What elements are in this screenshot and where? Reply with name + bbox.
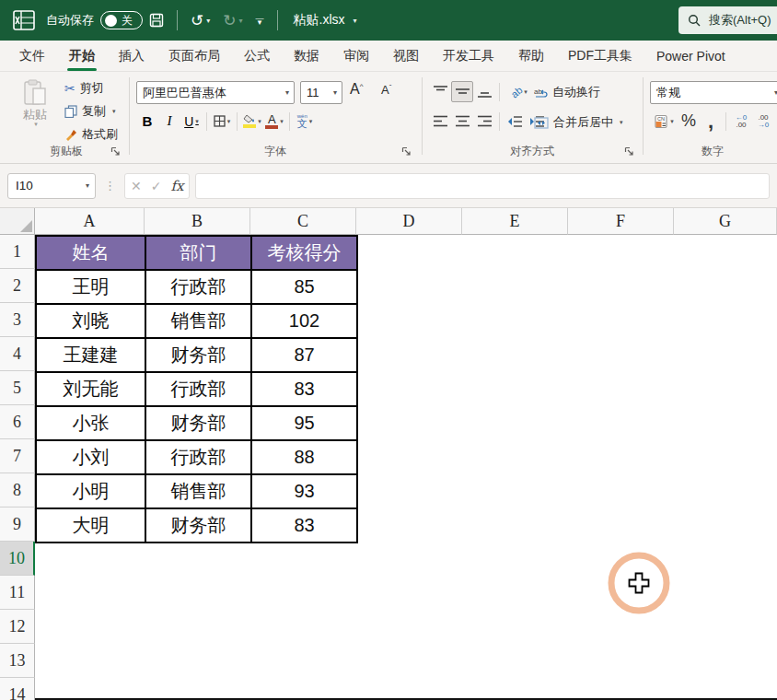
paste-button[interactable]: 粘贴 ▾ <box>17 79 53 127</box>
tab-帮助[interactable]: 帮助 <box>506 41 556 71</box>
row-header-7[interactable]: 7 <box>0 439 35 473</box>
wrap-text-button[interactable]: ab 自动换行 <box>534 84 600 100</box>
column-header-G[interactable]: G <box>674 208 777 235</box>
tab-审阅[interactable]: 审阅 <box>331 41 381 71</box>
row-header-13[interactable]: 13 <box>0 644 35 678</box>
tab-PDF工具集[interactable]: PDF工具集 <box>556 41 644 71</box>
table-cell[interactable]: 销售部 <box>145 474 251 508</box>
align-right-button[interactable] <box>473 111 495 132</box>
merge-center-button[interactable]: 合并后居中 ▾ <box>534 114 623 131</box>
decrease-font-button[interactable]: Aˇ <box>381 83 391 97</box>
quick-access-customize-button[interactable]: — ▾ <box>249 13 271 29</box>
format-painter-button[interactable]: 格式刷 <box>64 126 118 143</box>
table-cell[interactable]: 王建建 <box>36 338 145 372</box>
table-cell[interactable]: 财务部 <box>145 406 251 440</box>
tab-页面布局[interactable]: 页面布局 <box>157 41 232 71</box>
column-header-E[interactable]: E <box>462 208 568 235</box>
excel-app-icon[interactable] <box>13 10 35 30</box>
insert-function-button[interactable]: fx <box>170 178 183 194</box>
align-center-button[interactable] <box>451 111 473 132</box>
table-cell[interactable]: 102 <box>251 304 357 338</box>
row-header-14[interactable]: 14 <box>0 678 35 700</box>
row-header-10[interactable]: 10 <box>0 542 35 576</box>
row-header-8[interactable]: 8 <box>0 473 35 508</box>
column-header-F[interactable]: F <box>568 208 674 235</box>
table-header-cell[interactable]: 姓名 <box>36 236 145 270</box>
table-cell[interactable]: 行政部 <box>145 440 251 474</box>
table-cell[interactable]: 87 <box>251 338 357 372</box>
formula-bar-resizer[interactable]: ⋮ <box>101 179 119 192</box>
table-cell[interactable]: 83 <box>251 508 357 542</box>
select-all-button[interactable] <box>0 208 35 235</box>
table-cell[interactable]: 财务部 <box>145 508 251 542</box>
table-cell[interactable]: 83 <box>251 372 357 406</box>
table-cell[interactable]: 小明 <box>36 474 145 508</box>
table-cell[interactable]: 王明 <box>36 270 145 304</box>
align-bottom-button[interactable] <box>473 81 495 102</box>
search-box[interactable]: 搜索(Alt+Q) <box>678 6 777 34</box>
formula-cancel-button[interactable]: ✕ <box>131 179 142 193</box>
column-header-D[interactable]: D <box>356 208 462 235</box>
orientation-button[interactable]: ab ▾ <box>504 81 535 102</box>
table-cell[interactable]: 行政部 <box>145 372 251 406</box>
tab-文件[interactable]: 文件 <box>7 41 57 71</box>
window-title[interactable]: 粘贴.xlsx ▾ <box>294 12 357 29</box>
tab-插入[interactable]: 插入 <box>107 41 157 71</box>
name-box[interactable]: I10 ▾ <box>7 173 96 199</box>
clipboard-dialog-launcher[interactable] <box>110 146 123 159</box>
undo-button[interactable]: ↺▾ <box>184 7 216 34</box>
percent-button[interactable]: % <box>678 111 700 132</box>
align-middle-button[interactable] <box>451 81 473 102</box>
table-cell[interactable]: 88 <box>251 440 357 474</box>
row-header-4[interactable]: 4 <box>0 337 35 371</box>
row-header-1[interactable]: 1 <box>0 235 35 269</box>
row-header-2[interactable]: 2 <box>0 269 35 303</box>
tab-Power Pivot[interactable]: Power Pivot <box>644 41 737 71</box>
tab-公式[interactable]: 公式 <box>232 41 282 71</box>
table-header-cell[interactable]: 部门 <box>145 236 251 270</box>
table-cell[interactable]: 95 <box>251 406 357 440</box>
table-header-cell[interactable]: 考核得分 <box>251 236 357 270</box>
font-size-select[interactable]: 11 ▾ <box>300 81 342 104</box>
borders-button[interactable]: ▾ <box>211 111 233 132</box>
table-cell[interactable]: 财务部 <box>145 338 251 372</box>
save-button[interactable] <box>143 9 170 31</box>
table-cell[interactable]: 大明 <box>36 508 145 542</box>
decrease-decimal-button[interactable]: .00 →0 <box>752 111 774 132</box>
table-cell[interactable]: 刘晓 <box>36 304 145 338</box>
alignment-dialog-launcher[interactable] <box>624 146 637 159</box>
row-header-9[interactable]: 9 <box>0 508 35 542</box>
table-cell[interactable]: 销售部 <box>145 304 251 338</box>
font-dialog-launcher[interactable] <box>401 146 414 159</box>
table-cell[interactable]: 行政部 <box>145 270 251 304</box>
table-cell[interactable]: 刘无能 <box>36 372 145 406</box>
tab-开始[interactable]: 开始 <box>57 41 107 71</box>
table-cell[interactable]: 小张 <box>36 406 145 440</box>
bold-button[interactable]: B <box>136 111 158 132</box>
table-cell[interactable]: 小刘 <box>36 440 145 474</box>
align-left-button[interactable] <box>429 111 451 132</box>
underline-button[interactable]: U▾ <box>180 111 203 132</box>
decrease-indent-button[interactable] <box>504 111 526 132</box>
column-header-B[interactable]: B <box>145 208 250 235</box>
formula-enter-button[interactable]: ✓ <box>151 179 162 193</box>
cut-button[interactable]: ✂ 剪切 <box>64 80 104 97</box>
align-top-button[interactable] <box>429 81 451 102</box>
font-name-select[interactable]: 阿里巴巴普惠体 ▾ <box>136 81 295 104</box>
font-color-button[interactable]: A ▾ <box>263 111 285 132</box>
row-header-12[interactable]: 12 <box>0 610 35 644</box>
tab-视图[interactable]: 视图 <box>381 41 431 71</box>
row-header-6[interactable]: 6 <box>0 405 35 439</box>
formula-input[interactable] <box>195 173 770 199</box>
undo-caret-icon[interactable]: ▾ <box>206 17 210 25</box>
fill-color-button[interactable]: ▾ <box>241 111 263 132</box>
table-cell[interactable]: 85 <box>251 270 357 304</box>
accounting-format-button[interactable]: CN ▾ <box>650 111 678 132</box>
column-header-A[interactable]: A <box>35 208 145 235</box>
column-header-C[interactable]: C <box>250 208 356 235</box>
comma-button[interactable]: , <box>700 111 722 132</box>
phonetic-button[interactable]: wén 文 ▾ <box>294 111 316 132</box>
row-header-3[interactable]: 3 <box>0 303 35 337</box>
tab-数据[interactable]: 数据 <box>282 41 331 71</box>
italic-button[interactable]: I <box>158 111 180 132</box>
